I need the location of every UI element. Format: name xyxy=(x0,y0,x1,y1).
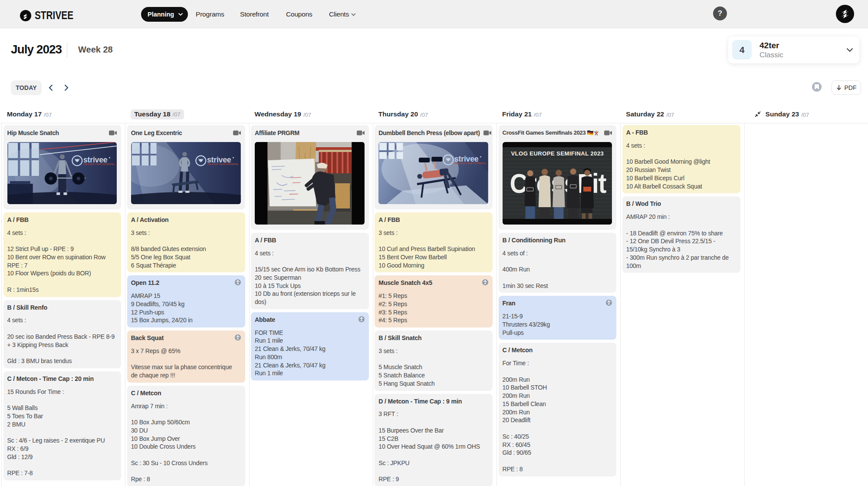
svg-text:VLOG EUROPE SEMIFINAL 2023: VLOG EUROPE SEMIFINAL 2023 xyxy=(511,150,604,157)
